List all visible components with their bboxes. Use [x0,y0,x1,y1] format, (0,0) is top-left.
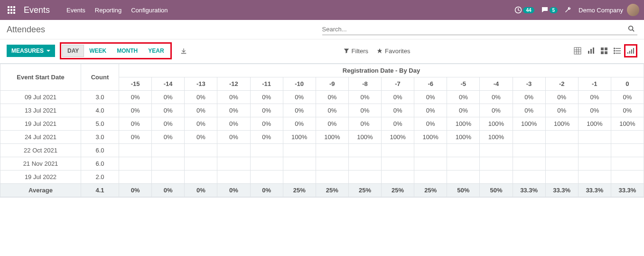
search-icon[interactable] [625,25,637,33]
average-cell: 25% [382,184,414,197]
col-header: -4 [480,77,513,91]
star-icon [377,48,383,54]
average-count: 4.1 [81,184,119,197]
svg-rect-8 [13,12,15,14]
cell: 100% [414,131,447,144]
apps-icon[interactable] [5,3,18,17]
cell [414,144,447,157]
cell [578,157,611,171]
view-graph[interactable] [584,44,597,57]
table-row: 09 Jul 20213.00%0%0%0%0%0%0%0%0%0%0%0%0%… [0,91,644,104]
cell: 100% [611,117,644,131]
cell [578,131,611,144]
favorites-button[interactable]: Favorites [377,47,410,55]
cell [611,171,644,184]
filters-button[interactable]: Filters [344,47,368,55]
nav-events[interactable]: Events [66,7,85,14]
cell: 100% [283,131,316,144]
cell: 0% [414,91,447,104]
col-header: -12 [217,77,250,91]
row-header: Event Start Date [0,64,81,91]
cell: 0% [119,117,152,131]
nav-reporting[interactable]: Reporting [95,7,121,14]
search-wrap [322,24,638,35]
download-button[interactable] [180,47,187,55]
cell [545,171,578,184]
cell: 0% [152,104,185,117]
cell: 0% [578,91,611,104]
cell: 0% [545,91,578,104]
cell: 0% [217,117,250,131]
average-cell: 0% [250,184,283,197]
cell: 0% [382,117,414,131]
cell [611,131,644,144]
cell: 0% [348,117,381,131]
cohort-grid: Event Start Date Count Registration Date… [0,63,644,198]
svg-rect-6 [8,12,9,14]
period-month[interactable]: MONTH [112,45,143,57]
view-kanban[interactable] [597,44,611,57]
messages-badge: 5 [550,7,558,13]
cell [545,157,578,171]
cell [152,144,185,157]
list-icon [614,47,621,55]
svg-point-10 [629,26,633,30]
company-name[interactable]: Demo Company [579,7,623,14]
cell: 0% [283,117,316,131]
cell [414,157,447,171]
cell: 100% [480,117,513,131]
table-row: 19 Jul 20222.0 [0,171,644,184]
cell: 100% [316,131,348,144]
col-header: -15 [119,77,152,91]
cell: 0% [316,117,348,131]
activities-button[interactable]: 44 [514,6,534,14]
app-brand[interactable]: Events [24,5,50,15]
cell [283,157,316,171]
view-cohort[interactable] [624,44,637,57]
period-week[interactable]: WEEK [84,45,112,57]
col-header: -10 [283,77,316,91]
cell: 0% [414,117,447,131]
period-year[interactable]: YEAR [143,45,169,57]
search-input[interactable] [322,24,625,35]
user-avatar[interactable] [627,4,639,16]
cell: 0% [119,131,152,144]
svg-rect-22 [601,51,604,54]
view-list[interactable] [611,44,624,57]
cell [185,171,217,184]
cell: 0% [513,91,545,104]
clock-icon [514,6,522,14]
cell [250,157,283,171]
cell [545,131,578,144]
view-pivot[interactable] [571,44,584,57]
messages-button[interactable]: 5 [541,6,558,14]
measures-button[interactable]: MEASURES [7,45,55,57]
col-header: -1 [578,77,611,91]
svg-rect-7 [10,12,12,14]
col-header: -3 [513,77,545,91]
average-cell: 25% [283,184,316,197]
cell: 0% [185,104,217,117]
cell: 0% [447,91,480,104]
cell: 0% [447,104,480,117]
col-header: -13 [185,77,217,91]
page-title: Attendees [7,25,45,35]
svg-rect-17 [588,51,589,54]
period-day[interactable]: DAY [62,45,84,57]
count-header: Count [81,64,119,91]
view-switcher [571,44,637,57]
svg-rect-5 [13,9,15,11]
dev-tools-button[interactable] [564,6,572,14]
cell: 100% [578,117,611,131]
cell: 0% [119,91,152,104]
svg-rect-33 [633,48,634,54]
svg-rect-32 [631,49,632,54]
average-cell: 33.3% [578,184,611,197]
svg-rect-2 [13,6,15,8]
nav-configuration[interactable]: Configuration [131,7,168,14]
cell: 0% [283,91,316,104]
svg-point-29 [614,53,615,54]
cell: 0% [382,91,414,104]
cell: 0% [152,131,185,144]
cell: 100% [545,117,578,131]
